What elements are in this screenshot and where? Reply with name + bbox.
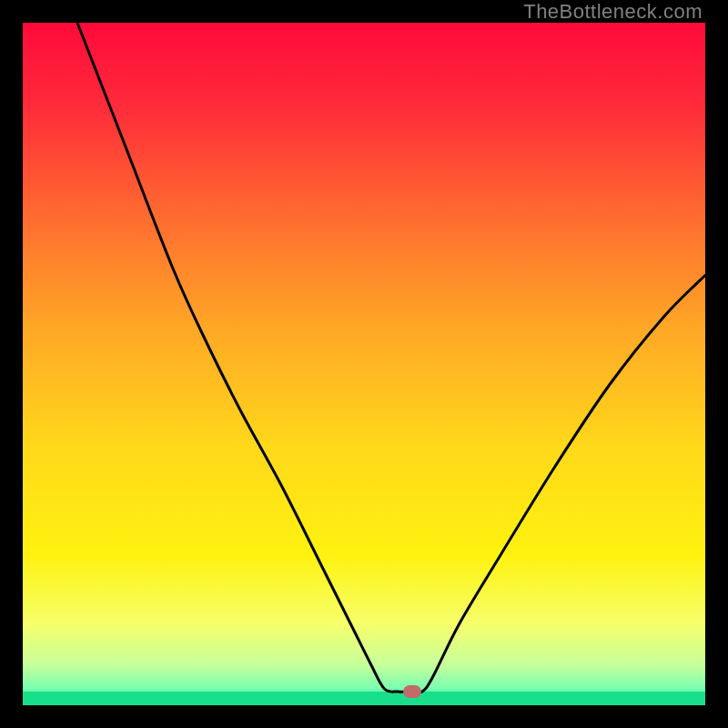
- optimal-point-marker: [403, 685, 421, 698]
- plot-area: [23, 23, 705, 705]
- curve-path: [77, 23, 705, 693]
- watermark-label: TheBottleneck.com: [523, 0, 703, 24]
- bottleneck-curve: [23, 23, 705, 705]
- chart-frame: TheBottleneck.com: [0, 0, 728, 728]
